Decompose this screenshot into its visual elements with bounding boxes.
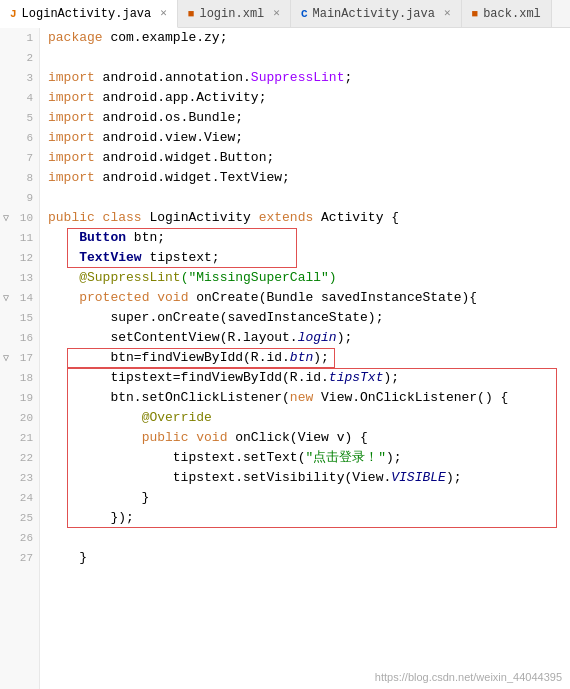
code-line-21: public void onClick(View v) { — [48, 428, 570, 448]
code-content: package com.example.zy; import android.a… — [40, 28, 570, 689]
tab-label: login.xml — [199, 7, 264, 21]
code-line-9 — [48, 188, 570, 208]
code-line-27: } — [48, 548, 570, 568]
code-line-7: import android.widget.Button; — [48, 148, 570, 168]
code-line-6: import android.view.View; — [48, 128, 570, 148]
code-line-10: public class LoginActivity extends Activ… — [48, 208, 570, 228]
tab-label: MainActivity.java — [313, 7, 435, 21]
code-line-5: import android.os.Bundle; — [48, 108, 570, 128]
code-line-18: tipstext=findViewByIdd(R.id.tipsTxt); — [48, 368, 570, 388]
close-icon[interactable]: ✕ — [444, 8, 451, 19]
fold-arrow-onclick[interactable]: ▽ — [3, 352, 9, 364]
tab-backxml[interactable]: ■ back.xml — [462, 0, 552, 27]
xml-icon: ■ — [188, 8, 195, 20]
xml-icon2: ■ — [472, 8, 479, 20]
code-line-22: tipstext.setText("点击登录！"); — [48, 448, 570, 468]
code-line-1: package com.example.zy; — [48, 28, 570, 48]
java-icon: J — [10, 8, 17, 20]
code-line-24: } — [48, 488, 570, 508]
code-line-14: protected void onCreate(Bundle savedInst… — [48, 288, 570, 308]
line-numbers: ▽ ▽ ▽ 1 2 3 4 5 6 7 8 9 10 11 12 13 14 1… — [0, 28, 40, 689]
code-line-15: super.onCreate(savedInstanceState); — [48, 308, 570, 328]
code-line-8: import android.widget.TextView; — [48, 168, 570, 188]
editor-window: J LoginActivity.java ✕ ■ login.xml ✕ C M… — [0, 0, 570, 689]
close-icon[interactable]: ✕ — [160, 8, 167, 19]
code-line-23: tipstext.setVisibility(View.VISIBLE); — [48, 468, 570, 488]
code-line-25: }); — [48, 508, 570, 528]
code-line-17: btn=findViewByIdd(R.id.btn); — [48, 348, 570, 368]
code-line-2 — [48, 48, 570, 68]
code-line-26 — [48, 528, 570, 548]
watermark: https://blog.csdn.net/weixin_44044395 — [375, 671, 562, 683]
tab-label: back.xml — [483, 7, 541, 21]
code-line-3: import android.annotation.SuppressLint; — [48, 68, 570, 88]
tab-label: LoginActivity.java — [22, 7, 152, 21]
tab-loginactivity[interactable]: J LoginActivity.java ✕ — [0, 0, 178, 28]
code-line-4: import android.app.Activity; — [48, 88, 570, 108]
code-line-11: Button btn; — [48, 228, 570, 248]
editor-body: ▽ ▽ ▽ 1 2 3 4 5 6 7 8 9 10 11 12 13 14 1… — [0, 28, 570, 689]
tab-loginxml[interactable]: ■ login.xml ✕ — [178, 0, 291, 27]
code-line-19: btn.setOnClickListener(new View.OnClickL… — [48, 388, 570, 408]
code-line-20: @Override — [48, 408, 570, 428]
code-line-12: TextView tipstext; — [48, 248, 570, 268]
tab-mainactivity[interactable]: C MainActivity.java ✕ — [291, 0, 462, 27]
class-icon: C — [301, 8, 308, 20]
fold-arrow-class[interactable]: ▽ — [3, 212, 9, 224]
code-line-16: setContentView(R.layout.login); — [48, 328, 570, 348]
code-line-13: @SuppressLint("MissingSuperCall") — [48, 268, 570, 288]
fold-arrow-method[interactable]: ▽ — [3, 292, 9, 304]
tab-bar: J LoginActivity.java ✕ ■ login.xml ✕ C M… — [0, 0, 570, 28]
close-icon[interactable]: ✕ — [273, 8, 280, 19]
